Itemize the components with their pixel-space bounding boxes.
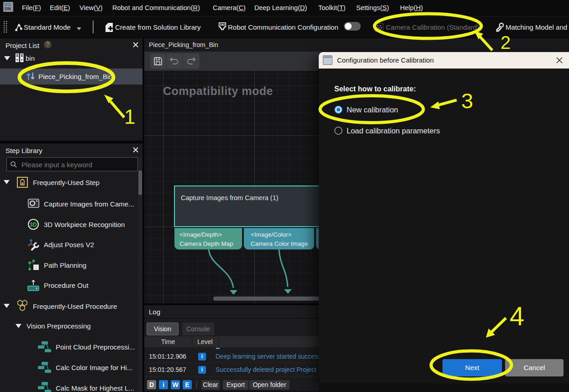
- svg-text:3D: 3D: [30, 222, 37, 228]
